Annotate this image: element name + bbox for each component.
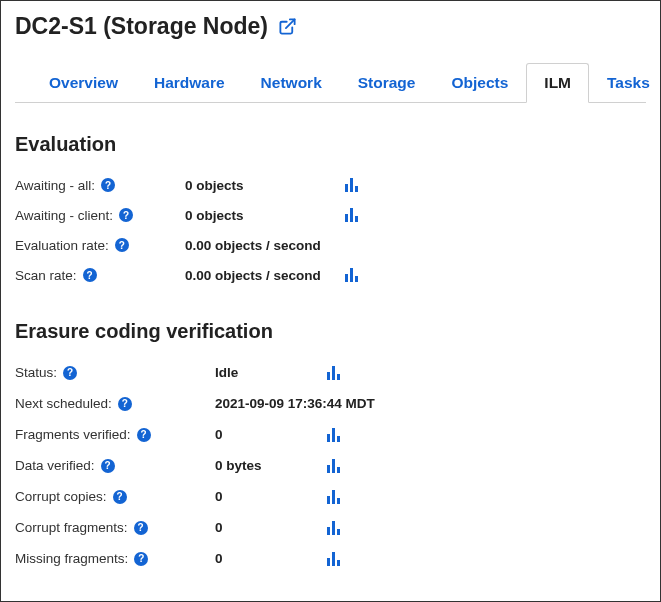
metric-missing-fragments: Missing fragments: ? 0 — [15, 543, 646, 574]
metric-status: Status: ? Idle — [15, 357, 646, 388]
metric-value: 0 — [215, 489, 327, 504]
help-icon[interactable]: ? — [137, 428, 151, 442]
metric-label: Missing fragments: ? — [15, 551, 215, 566]
page-title: DC2-S1 (Storage Node) — [15, 13, 268, 40]
label-text: Next scheduled: — [15, 396, 112, 411]
metric-value: 2021-09-09 17:36:44 MDT — [215, 396, 465, 411]
metric-awaiting-all: Awaiting - all: ? 0 objects — [15, 170, 646, 200]
label-text: Missing fragments: — [15, 551, 128, 566]
metric-value: 0.00 objects / second — [185, 238, 345, 253]
help-icon[interactable]: ? — [113, 490, 127, 504]
help-icon[interactable]: ? — [134, 552, 148, 566]
label-text: Awaiting - all: — [15, 178, 95, 193]
metric-value: 0 — [215, 520, 327, 535]
metric-label: Corrupt fragments: ? — [15, 520, 215, 535]
tab-objects[interactable]: Objects — [433, 63, 526, 103]
help-icon[interactable]: ? — [115, 238, 129, 252]
bar-chart-icon[interactable] — [327, 490, 340, 504]
metric-value: Idle — [215, 365, 327, 380]
metric-evaluation-rate: Evaluation rate: ? 0.00 objects / second — [15, 230, 646, 260]
page-header: DC2-S1 (Storage Node) — [15, 13, 646, 40]
metric-corrupt-fragments: Corrupt fragments: ? 0 — [15, 512, 646, 543]
metric-label: Awaiting - all: ? — [15, 178, 185, 193]
help-icon[interactable]: ? — [119, 208, 133, 222]
label-text: Fragments verified: — [15, 427, 131, 442]
tab-overview[interactable]: Overview — [31, 63, 136, 103]
metric-awaiting-client: Awaiting - client: ? 0 objects — [15, 200, 646, 230]
metric-label: Data verified: ? — [15, 458, 215, 473]
help-icon[interactable]: ? — [101, 459, 115, 473]
label-text: Awaiting - client: — [15, 208, 113, 223]
tab-storage[interactable]: Storage — [340, 63, 434, 103]
metric-value: 0 bytes — [215, 458, 327, 473]
help-icon[interactable]: ? — [101, 178, 115, 192]
bar-chart-icon[interactable] — [327, 428, 340, 442]
metric-label: Next scheduled: ? — [15, 396, 215, 411]
metric-fragments-verified: Fragments verified: ? 0 — [15, 419, 646, 450]
metric-label: Evaluation rate: ? — [15, 238, 185, 253]
open-in-new-icon[interactable] — [278, 17, 297, 36]
metric-scan-rate: Scan rate: ? 0.00 objects / second — [15, 260, 646, 290]
section-ecv-title: Erasure coding verification — [15, 320, 646, 343]
label-text: Evaluation rate: — [15, 238, 109, 253]
bar-chart-icon[interactable] — [327, 366, 340, 380]
tab-hardware[interactable]: Hardware — [136, 63, 243, 103]
tab-ilm[interactable]: ILM — [526, 63, 589, 103]
erasure-coding-metrics: Status: ? Idle Next scheduled: ? 2021-09… — [15, 357, 646, 574]
help-icon[interactable]: ? — [118, 397, 132, 411]
metric-label: Awaiting - client: ? — [15, 208, 185, 223]
tab-tasks[interactable]: Tasks — [589, 63, 661, 103]
metric-value: 0 objects — [185, 178, 345, 193]
metric-value: 0 objects — [185, 208, 345, 223]
label-text: Status: — [15, 365, 57, 380]
metric-value: 0.00 objects / second — [185, 268, 345, 283]
metric-label: Scan rate: ? — [15, 268, 185, 283]
metric-corrupt-copies: Corrupt copies: ? 0 — [15, 481, 646, 512]
bar-chart-icon[interactable] — [345, 268, 358, 282]
metric-value: 0 — [215, 427, 327, 442]
section-evaluation-title: Evaluation — [15, 133, 646, 156]
bar-chart-icon[interactable] — [327, 552, 340, 566]
bar-chart-icon[interactable] — [345, 208, 358, 222]
help-icon[interactable]: ? — [134, 521, 148, 535]
metric-label: Status: ? — [15, 365, 215, 380]
label-text: Scan rate: — [15, 268, 77, 283]
help-icon[interactable]: ? — [63, 366, 77, 380]
label-text: Corrupt fragments: — [15, 520, 128, 535]
evaluation-metrics: Awaiting - all: ? 0 objects Awaiting - c… — [15, 170, 646, 290]
label-text: Corrupt copies: — [15, 489, 107, 504]
bar-chart-icon[interactable] — [345, 178, 358, 192]
bar-chart-icon[interactable] — [327, 521, 340, 535]
metric-label: Fragments verified: ? — [15, 427, 215, 442]
bar-chart-icon[interactable] — [327, 459, 340, 473]
tab-bar: Overview Hardware Network Storage Object… — [15, 62, 646, 103]
metric-data-verified: Data verified: ? 0 bytes — [15, 450, 646, 481]
help-icon[interactable]: ? — [83, 268, 97, 282]
metric-label: Corrupt copies: ? — [15, 489, 215, 504]
label-text: Data verified: — [15, 458, 95, 473]
svg-line-0 — [286, 19, 295, 28]
tab-network[interactable]: Network — [243, 63, 340, 103]
metric-next-scheduled: Next scheduled: ? 2021-09-09 17:36:44 MD… — [15, 388, 646, 419]
metric-value: 0 — [215, 551, 327, 566]
